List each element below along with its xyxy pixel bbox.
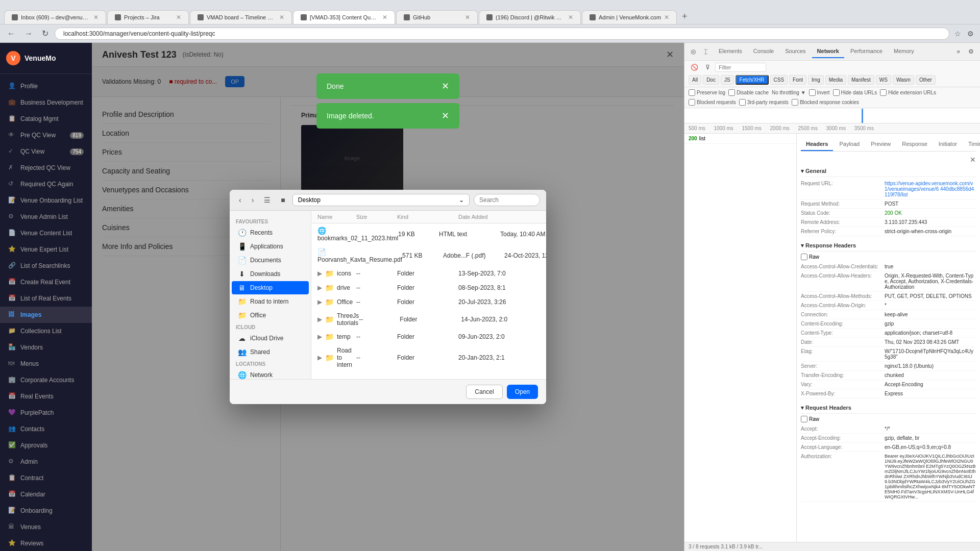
file-row-0[interactable]: 🌐 bookmarks_02_11_2023.html 19 KB HTML t… [311, 223, 546, 245]
browser-tab-1[interactable]: Projects – Jira✕ [107, 10, 189, 24]
sidebar-item-vendors[interactable]: 🏪Vendors [0, 339, 92, 356]
sidebar-item-purplepatch[interactable]: 💜PurplePatch [0, 405, 92, 421]
sub-tab-preview[interactable]: Preview [866, 138, 896, 151]
toast-image-deleted-close[interactable]: ✕ [442, 110, 449, 121]
filter-tag-all[interactable]: All [689, 75, 701, 85]
fs-desktop[interactable]: 🖥 Desktop [232, 281, 309, 294]
tab-close-4[interactable]: ✕ [465, 14, 470, 21]
sidebar-item-real-events[interactable]: 📅Real Events [0, 388, 92, 405]
sidebar-item-venue-admin-list[interactable]: ⚙Venue Admin List [0, 209, 92, 225]
blocked-requests-checkbox[interactable]: Blocked requests [689, 99, 736, 106]
filter-tag-font[interactable]: Font [789, 75, 806, 85]
filter-tag-js[interactable]: JS [721, 75, 734, 85]
tab-close-0[interactable]: ✕ [93, 14, 99, 21]
devtools-filter-input[interactable] [715, 63, 766, 72]
sidebar-item-venues[interactable]: 🏛Venues [0, 519, 92, 535]
toast-done-close[interactable]: ✕ [442, 81, 449, 92]
devtools-settings-btn[interactable]: ⚙ [966, 47, 976, 56]
sub-tab-initiator[interactable]: Initiator [934, 138, 962, 151]
browser-tab-5[interactable]: (196) Discord | @Ritwik Sahoo✕ [479, 10, 581, 24]
fs-icloud-drive[interactable]: ☁ iCloud Drive [232, 332, 309, 345]
sidebar-item-create-real-event[interactable]: 📅Create Real Event [0, 274, 92, 290]
sidebar-item-profile[interactable]: 👤Profile [0, 78, 92, 94]
browser-tab-6[interactable]: Admin | VenueMonk.com✕ [582, 10, 677, 24]
new-tab-button[interactable]: + [678, 9, 692, 24]
tab-close-2[interactable]: ✕ [279, 14, 284, 21]
filter-tag-media[interactable]: Media [825, 75, 846, 85]
filter-tag-wasm[interactable]: Wasm [893, 75, 914, 85]
picker-open-button[interactable]: Open [507, 385, 538, 399]
sidebar-item-onboarding[interactable]: 📝Onboarding [0, 503, 92, 519]
sidebar-item-corporate-accounts[interactable]: 🏢Corporate Accounts [0, 372, 92, 388]
sidebar-item-admin[interactable]: ⚙Admin [0, 454, 92, 470]
sidebar-item-business-development[interactable]: 💼Business Development [0, 94, 92, 111]
sidebar-item-required-qc-again[interactable]: ↺Required QC Again [0, 176, 92, 192]
tab-close-1[interactable]: ✕ [176, 14, 181, 21]
sidebar-item-menus[interactable]: 🍽Menus [0, 356, 92, 372]
sidebar-item-list-of-searchlinks[interactable]: 🔗List of Searchlinks [0, 258, 92, 274]
fs-office[interactable]: 📁 Office [232, 309, 309, 322]
file-row-5[interactable]: ▶ 📁 ThreeJs tutorials -- Folder 14-Jun-2… [311, 309, 546, 330]
sidebar-item-rejected-qc-view[interactable]: ✗Rejected QC View [0, 160, 92, 176]
sub-tab-response[interactable]: Response [897, 138, 933, 151]
request-raw-checkbox[interactable]: Raw [801, 416, 819, 422]
preserve-log-checkbox[interactable]: Preserve log [689, 89, 725, 96]
devtools-tab-elements[interactable]: Elements [714, 45, 747, 58]
file-row-1[interactable]: 📄 Poorvansh_Kavta_Resume.pdf 571 KB Adob… [311, 245, 546, 266]
browser-tab-3[interactable]: [VMAD-353] Content Quality...✕ [293, 10, 395, 24]
response-headers-title[interactable]: ▾ Response Headers [801, 240, 976, 252]
devtools-tab-memory[interactable]: Memory [889, 45, 919, 58]
file-row-4[interactable]: ▶ 📁 Office -- Folder 20-Jul-2023, 3:26 [311, 295, 546, 309]
file-row-2[interactable]: ▶ 📁 icons -- Folder 13-Sep-2023, 7:0 [311, 266, 546, 281]
file-row-7[interactable]: ▶ 📁 Road to intern -- Folder 20-Jan-2023… [311, 344, 546, 371]
tab-close-3[interactable]: ✕ [382, 14, 387, 21]
sidebar-item-images[interactable]: 🖼Images [0, 307, 92, 323]
devtools-mobile-btn[interactable]: ⌶ [702, 47, 709, 56]
sub-tab-timing[interactable]: Timing [963, 138, 980, 151]
picker-cancel-button[interactable]: Cancel [466, 385, 502, 399]
devtools-filter-icon[interactable]: ⊽ [703, 63, 712, 72]
filter-tag-other[interactable]: Other [916, 75, 936, 85]
sidebar-item-contract[interactable]: 📋Contract [0, 470, 92, 486]
devtools-tab-console[interactable]: Console [748, 45, 779, 58]
picker-forward-button[interactable]: › [249, 194, 257, 206]
invert-checkbox[interactable]: Invert [809, 89, 830, 96]
address-bar[interactable] [55, 28, 949, 40]
sidebar-item-venue-expert-list[interactable]: ⭐Venue Expert List [0, 241, 92, 258]
devtools-inspect-btn[interactable]: ◎ [689, 47, 698, 56]
file-row-6[interactable]: ▶ 📁 temp -- Folder 09-Jun-2023, 2:0 [311, 330, 546, 344]
devtools-tab-network[interactable]: Network [812, 45, 844, 58]
fs-network[interactable]: 🌐 Network [232, 368, 309, 379]
fs-documents[interactable]: 📄 Documents [232, 254, 309, 267]
request-headers-title[interactable]: ▾ Request Headers [801, 403, 976, 414]
fs-applications[interactable]: 📱 Applications [232, 240, 309, 253]
reload-button[interactable]: ↻ [39, 27, 52, 40]
sub-tab-headers[interactable]: Headers [801, 138, 833, 151]
filter-tag-doc[interactable]: Doc [703, 75, 719, 85]
bookmark-button[interactable]: ☆ [952, 28, 963, 40]
sidebar-item-qc-view[interactable]: ✓QC View754 [0, 143, 92, 160]
tab-close-6[interactable]: ✕ [664, 14, 669, 21]
sidebar-item-pre-qc-view[interactable]: 👁Pre QC View819 [0, 127, 92, 143]
sidebar-item-contacts[interactable]: 👥Contacts [0, 421, 92, 437]
filter-tag-fetch/xhr[interactable]: Fetch/XHR [736, 75, 769, 85]
hide-extension-urls-checkbox[interactable]: Hide extension URLs [880, 89, 936, 96]
filter-tag-manifest[interactable]: Manifest [848, 75, 874, 85]
general-section-title[interactable]: ▾ General [801, 166, 976, 177]
browser-tab-4[interactable]: GitHub✕ [396, 10, 478, 24]
fs-downloads[interactable]: ⬇ Downloads [232, 267, 309, 281]
blocked-response-checkbox[interactable]: Blocked response cookies [792, 99, 859, 106]
sidebar-item-collections-list[interactable]: 📁Collections List [0, 323, 92, 339]
throttling-select[interactable]: No throttling ▼ [772, 90, 806, 95]
devtools-clear-btn[interactable]: 🚫 [689, 63, 700, 72]
sidebar-item-list-of-real-events[interactable]: 📅List of Real Events [0, 290, 92, 307]
close-detail-button[interactable]: ✕ [970, 156, 976, 164]
third-party-checkbox[interactable]: 3rd-party requests [739, 99, 789, 106]
back-button[interactable]: ← [4, 27, 18, 40]
extensions-button[interactable]: ⚙ [965, 28, 976, 40]
devtools-tab-performance[interactable]: Performance [845, 45, 888, 58]
file-row-3[interactable]: ▶ 📁 drive -- Folder 08-Sep-2023, 8:1 [311, 281, 546, 295]
filter-tag-css[interactable]: CSS [770, 75, 788, 85]
picker-back-button[interactable]: ‹ [236, 194, 244, 206]
sub-tab-payload[interactable]: Payload [834, 138, 865, 151]
